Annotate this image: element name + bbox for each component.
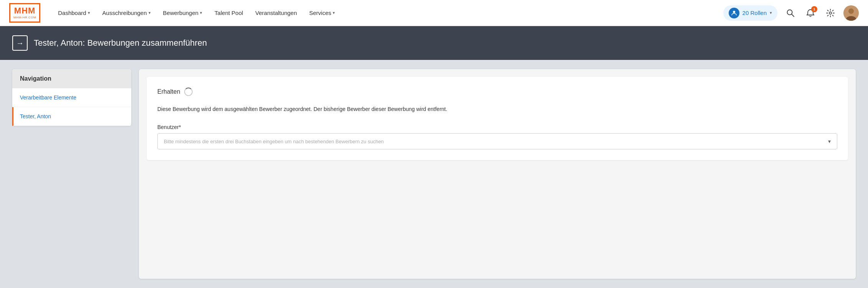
benutzer-label: Benutzer* bbox=[157, 124, 837, 130]
roles-icon bbox=[729, 8, 739, 18]
nav-veranstaltungen[interactable]: Veranstaltungen bbox=[250, 7, 302, 19]
settings-button[interactable] bbox=[823, 6, 837, 20]
form-panel: Erhalten Diese Bewerbung wird dem ausgew… bbox=[147, 77, 848, 160]
roles-label: 20 Rollen bbox=[743, 10, 767, 16]
nav-panel-item-verarbeitbare[interactable]: Verarbeitbare Elemente bbox=[12, 88, 131, 107]
loading-spinner bbox=[184, 88, 193, 96]
page-title: Tester, Anton: Bewerbungen zusammenführe… bbox=[34, 38, 207, 48]
chevron-down-icon: ▾ bbox=[149, 10, 151, 15]
chevron-down-icon: ▾ bbox=[200, 10, 202, 15]
svg-point-3 bbox=[829, 12, 832, 14]
nav-bewerbungen[interactable]: Bewerbungen ▾ bbox=[158, 7, 208, 19]
nav-ausschreibungen[interactable]: Ausschreibungen ▾ bbox=[97, 7, 156, 19]
chevron-down-icon: ▾ bbox=[828, 138, 831, 144]
erhalten-label: Erhalten bbox=[157, 88, 180, 95]
navigation-panel: Navigation Verarbeitbare Elemente Tester… bbox=[12, 69, 131, 126]
right-panel: Erhalten Diese Bewerbung wird dem ausgew… bbox=[139, 69, 856, 279]
main-content: Navigation Verarbeitbare Elemente Tester… bbox=[0, 60, 868, 288]
chevron-down-icon: ▾ bbox=[770, 10, 772, 15]
page-header-icon: → bbox=[12, 35, 28, 51]
chevron-down-icon: ▾ bbox=[88, 10, 90, 15]
nav-items: Dashboard ▾ Ausschreibungen ▾ Bewerbunge… bbox=[53, 7, 723, 19]
nav-panel-item-tester[interactable]: Tester, Anton bbox=[12, 107, 131, 126]
svg-line-2 bbox=[792, 14, 794, 17]
nav-panel-header: Navigation bbox=[12, 69, 131, 88]
logo[interactable]: MHM MHM-HR.COM bbox=[9, 3, 40, 23]
svg-point-0 bbox=[733, 11, 735, 13]
nav-talent-pool[interactable]: Talent Pool bbox=[209, 7, 248, 19]
description-text: Diese Bewerbung wird dem ausgewählten Be… bbox=[157, 105, 837, 113]
search-button[interactable] bbox=[784, 6, 797, 20]
nav-services[interactable]: Services ▾ bbox=[304, 7, 341, 19]
logo-letters: MHM bbox=[14, 7, 36, 15]
nav-right: 20 Rollen ▾ 1 bbox=[723, 5, 859, 21]
erhalten-row: Erhalten bbox=[157, 88, 837, 96]
benutzer-select[interactable]: Bitte mindestens die ersten drei Buchsta… bbox=[157, 133, 837, 149]
avatar[interactable] bbox=[843, 5, 859, 21]
notification-badge: 1 bbox=[811, 6, 817, 12]
navbar: MHM MHM-HR.COM Dashboard ▾ Ausschreibung… bbox=[0, 0, 868, 26]
svg-point-5 bbox=[848, 8, 854, 14]
notifications-button[interactable]: 1 bbox=[804, 6, 817, 20]
page-header: → Tester, Anton: Bewerbungen zusammenfüh… bbox=[0, 26, 868, 60]
nav-dashboard[interactable]: Dashboard ▾ bbox=[53, 7, 95, 19]
logo-sub: MHM-HR.COM bbox=[13, 16, 36, 19]
roles-button[interactable]: 20 Rollen ▾ bbox=[723, 5, 777, 21]
benutzer-placeholder: Bitte mindestens die ersten drei Buchsta… bbox=[164, 139, 384, 144]
chevron-down-icon: ▾ bbox=[333, 10, 335, 15]
